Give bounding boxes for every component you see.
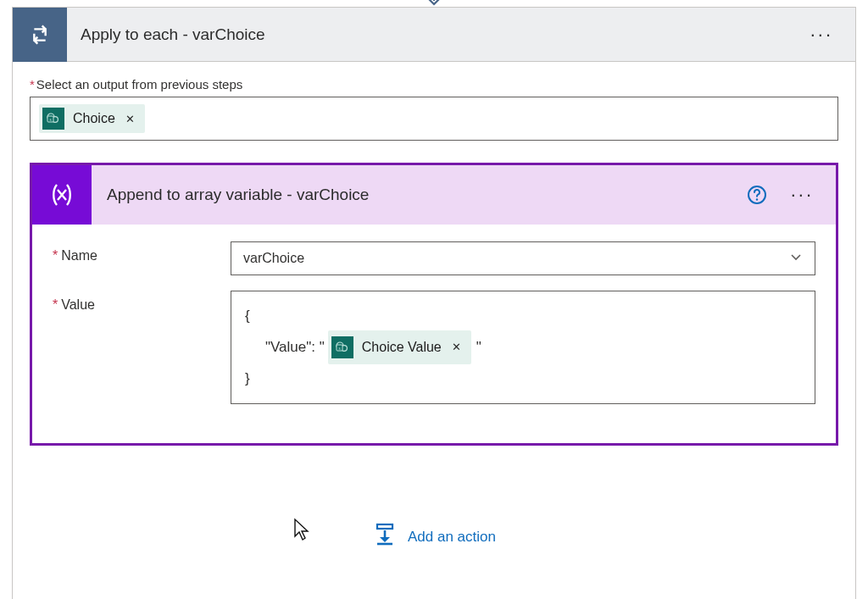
add-action-icon — [372, 522, 398, 552]
svg-text:s: s — [49, 117, 51, 122]
name-dropdown[interactable]: varChoice — [231, 241, 815, 275]
add-action-button[interactable]: Add an action — [372, 522, 496, 552]
name-label: *Name — [53, 241, 231, 263]
token-choice-value-label: Choice Value — [362, 334, 442, 361]
name-dropdown-value: varChoice — [243, 251, 304, 266]
apply-to-each-header[interactable]: Apply to each - varChoice ··· — [13, 8, 855, 62]
flow-arrow-top — [0, 0, 868, 7]
select-output-label: *Select an output from previous steps — [30, 77, 838, 92]
select-output-input[interactable]: s Choice ✕ — [30, 97, 838, 141]
token-choice[interactable]: s Choice ✕ — [39, 104, 145, 133]
append-to-array-header[interactable]: Append to array variable - varChoice ··· — [32, 165, 836, 225]
token-choice-label: Choice — [73, 111, 115, 126]
append-to-array-card: Append to array variable - varChoice ··· — [30, 163, 838, 446]
cursor-icon — [292, 518, 313, 541]
help-button[interactable] — [745, 183, 769, 207]
apply-to-each-menu-button[interactable]: ··· — [804, 20, 840, 49]
svg-rect-10 — [377, 524, 392, 529]
value-line-1: { — [245, 302, 801, 330]
sharepoint-icon: s — [42, 108, 64, 130]
token-choice-remove[interactable]: ✕ — [124, 113, 136, 125]
add-action-label: Add an action — [408, 529, 496, 546]
variable-icon — [32, 165, 92, 225]
loop-icon — [13, 8, 67, 62]
append-to-array-title: Append to array variable - varChoice — [107, 186, 745, 204]
token-choice-value[interactable]: s Choice Value ✕ — [328, 330, 471, 364]
append-to-array-menu-button[interactable]: ··· — [784, 180, 821, 209]
svg-point-5 — [755, 198, 757, 200]
sharepoint-icon: s — [331, 336, 353, 358]
value-input[interactable]: { "Value": " — [231, 291, 815, 404]
token-choice-value-remove[interactable]: ✕ — [450, 336, 463, 358]
apply-to-each-title: Apply to each - varChoice — [81, 25, 804, 44]
value-line-2: "Value": " s — [245, 330, 801, 364]
chevron-down-icon — [789, 250, 803, 267]
value-line-3: } — [245, 364, 801, 393]
apply-to-each-card: Apply to each - varChoice ··· *Select an… — [12, 7, 856, 599]
svg-text:s: s — [338, 346, 340, 351]
value-label: *Value — [53, 291, 231, 313]
